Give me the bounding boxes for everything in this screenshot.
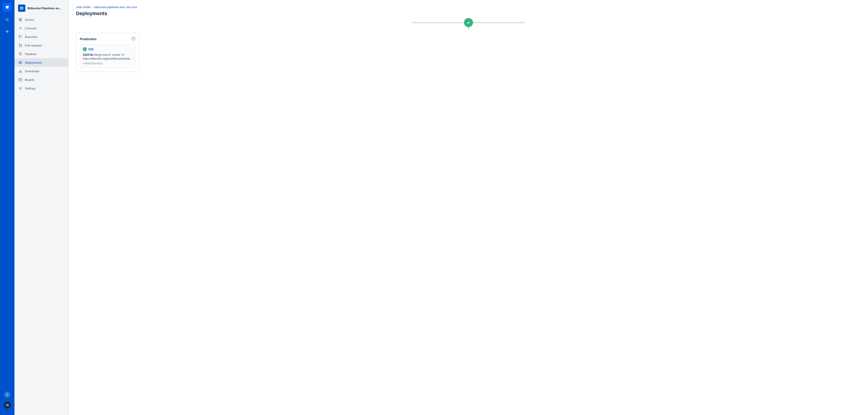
search-button[interactable]	[4, 16, 11, 24]
environment-title: Production	[80, 37, 97, 41]
sidebar-nav: Source Commits	[14, 15, 68, 93]
svg-rect-10	[19, 20, 20, 21]
svg-rect-11	[21, 20, 22, 21]
pipeline-track	[76, 22, 861, 29]
svg-point-22	[21, 44, 22, 45]
svg-line-1	[8, 20, 8, 21]
svg-rect-7	[22, 8, 23, 9]
build-success-icon	[83, 47, 87, 51]
svg-point-12	[20, 28, 21, 29]
breadcrumb-separator: /	[92, 5, 93, 9]
sidebar-item-pullrequests[interactable]: Pull requests	[14, 41, 68, 50]
sidebar-item-source[interactable]: Source	[14, 15, 68, 24]
sidebar-label-downloads: Downloads	[25, 70, 39, 73]
boards-icon	[18, 77, 23, 82]
build-time: 4 MINUTES AGO	[83, 62, 132, 65]
page-title: Deployments	[76, 11, 861, 16]
deployment-build: #16 153374e Merge branch 'master' of htt…	[80, 44, 135, 68]
repo-icon	[18, 4, 25, 12]
downloads-icon	[18, 69, 23, 73]
svg-point-20	[19, 46, 20, 47]
svg-rect-6	[20, 8, 22, 9]
commit-hash: 153374e	[83, 53, 93, 57]
svg-point-26	[20, 62, 21, 63]
sidebar-label-branches: Branches	[25, 35, 37, 39]
pipeline-status-dot[interactable]	[464, 18, 473, 27]
svg-rect-5	[22, 7, 23, 8]
svg-point-15	[19, 35, 20, 36]
svg-rect-8	[19, 18, 20, 20]
sidebar-item-branches[interactable]: Branches	[14, 33, 68, 41]
sidebar-item-commits[interactable]: Commits	[14, 24, 68, 33]
sidebar-label-boards: Boards	[25, 78, 34, 81]
breadcrumb-user-link[interactable]: João Antão	[76, 5, 91, 9]
sidebar-item-boards[interactable]: Boards	[14, 75, 68, 84]
settings-icon	[18, 86, 23, 91]
deployment-card: Production #16	[76, 33, 139, 72]
user-avatar[interactable]: JA	[4, 402, 11, 409]
commits-icon	[18, 26, 23, 31]
sidebar-label-settings: Settings	[25, 87, 35, 90]
pipeline-line	[412, 22, 525, 23]
branches-icon	[18, 35, 23, 39]
deployment-card-header: Production	[80, 37, 135, 41]
repo-header[interactable]: Bitbucket Pipelines an...	[14, 3, 68, 15]
sidebar-label-source: Source	[25, 18, 34, 22]
sidebar-item-downloads[interactable]: Downloads	[14, 67, 68, 75]
sidebar-label-commits: Commits	[25, 27, 36, 30]
repo-name: Bitbucket Pipelines an...	[28, 6, 62, 10]
bitbucket-logo[interactable]	[3, 3, 12, 12]
pullrequests-icon	[18, 43, 23, 48]
create-button[interactable]	[4, 28, 11, 35]
build-number-link[interactable]: #16	[88, 47, 93, 51]
svg-point-16	[19, 37, 20, 38]
source-icon	[18, 18, 23, 22]
icon-bar: ? JA	[0, 0, 14, 415]
history-icon[interactable]	[131, 37, 135, 41]
svg-point-23	[21, 46, 22, 47]
sidebar-label-deployments: Deployments	[25, 61, 42, 64]
build-number-row: #16	[83, 47, 132, 51]
svg-rect-9	[21, 18, 22, 20]
main-content-area: João Antão / bitbucket-pipelines-and-.ne…	[69, 0, 868, 415]
sidebar-item-deployments[interactable]: Deployments	[14, 58, 68, 67]
breadcrumb: João Antão / bitbucket-pipelines-and-.ne…	[76, 5, 861, 9]
svg-point-19	[19, 44, 20, 45]
sidebar: Bitbucket Pipelines an... Source	[14, 0, 69, 415]
help-button[interactable]: ?	[4, 391, 10, 398]
svg-point-32	[20, 88, 21, 89]
pipelines-icon	[18, 52, 23, 56]
svg-rect-4	[20, 7, 22, 8]
sidebar-item-pipelines[interactable]: Pipelines	[14, 50, 68, 58]
sidebar-label-pullrequests: Pull requests	[25, 44, 42, 47]
breadcrumb-repo-link[interactable]: bitbucket-pipelines-and-.net-core	[94, 5, 137, 9]
sidebar-item-settings[interactable]: Settings	[14, 84, 68, 93]
svg-rect-29	[19, 78, 22, 81]
deployments-icon	[18, 60, 23, 65]
build-commit-message: 153374e Merge branch 'master' of https:/…	[83, 53, 132, 61]
sidebar-label-pipelines: Pipelines	[25, 53, 37, 56]
